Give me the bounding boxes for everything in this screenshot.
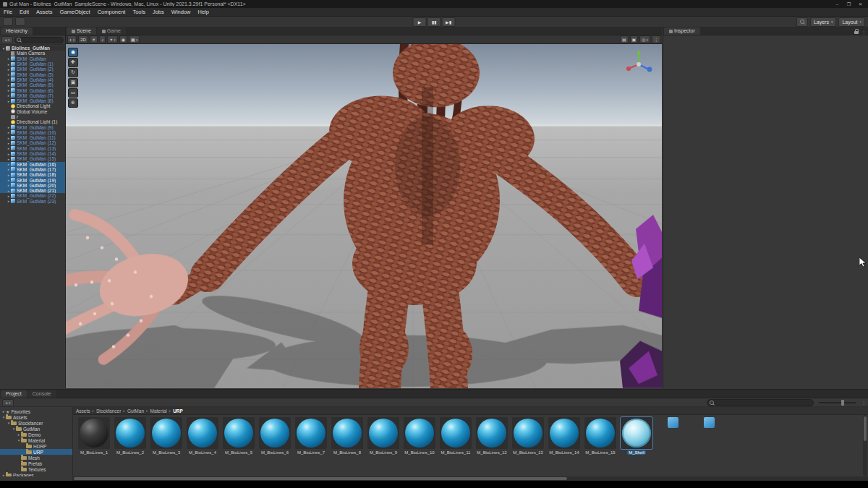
hierarchy-item[interactable]: ▸SKM_GutMan (9) [0,124,65,129]
tab-inspector[interactable]: Inspector [664,27,700,35]
hierarchy-item[interactable]: ▸SKM_GutMan (2) [0,67,65,72]
hierarchy-item[interactable]: ▸SKM_GutMan (15) [0,156,65,161]
menu-file[interactable]: File [0,9,16,15]
tab-project[interactable]: Project [1,390,27,398]
hierarchy-item[interactable]: ▸SKM_GutMan (5) [0,82,65,87]
asset-item[interactable]: M_BioLines_6 [257,417,293,455]
breadcrumb-item[interactable]: URP [173,408,183,414]
visibility-toggle[interactable]: ◉ [119,35,127,43]
hierarchy-item[interactable]: ▸SKM_GutMan (20) [0,183,65,188]
project-add-button[interactable]: +▾ [2,399,14,406]
asset-item[interactable]: M_BioLines_13 [510,417,546,455]
scale-tool[interactable]: ▣ [68,78,78,87]
2d-toggle[interactable]: 2D [78,35,88,43]
hierarchy-item[interactable]: ▸SKM_GutMan (6) [0,87,65,93]
asset-item[interactable]: M_BioLines_1 [76,417,112,455]
layout-dropdown[interactable]: Layout ▾ [838,17,865,27]
asset-item[interactable]: M_BioLines_5 [221,417,257,455]
hierarchy-item[interactable]: r [0,114,65,119]
search-button[interactable] [796,17,808,27]
render-debug-icon[interactable]: ▤ [620,35,629,43]
hierarchy-item[interactable]: ▸SKM_GutMan (10) [0,130,65,135]
step-button[interactable]: ▶▮ [442,17,456,27]
menu-jobs[interactable]: Jobs [149,9,168,15]
version-control-icon[interactable] [3,17,13,26]
scene-viewport[interactable]: ◉✚↻▣▭⊕ [66,44,662,388]
asset-item[interactable]: M_BioLines_15 [582,417,618,455]
folder-item[interactable]: ▾Assets [0,414,72,420]
hierarchy-item[interactable]: Main Camera [0,51,65,56]
hierarchy-item[interactable]: ▸SKM_GutMan (7) [0,93,65,98]
breadcrumb-item[interactable]: GutMan [127,408,144,414]
pause-button[interactable]: ▮▮ [427,17,441,27]
folder-item[interactable]: URP [0,449,72,455]
breadcrumb-item[interactable]: Assets [76,408,90,414]
breadcrumb-item[interactable]: Stockfancer [96,408,121,414]
hierarchy-item[interactable]: ▸SKM_GutMan (16) [0,162,65,167]
rect-tool[interactable]: ▭ [68,88,78,98]
shading-mode-dropdown[interactable]: ◐▾ [67,35,77,43]
close-button[interactable]: ✕ [856,1,865,7]
lighting-toggle[interactable]: ☀ [90,35,98,43]
tab-game[interactable]: Game [97,27,126,35]
menu-component[interactable]: Component [94,9,129,15]
hierarchy-item[interactable]: Global Volume [0,109,65,114]
gizmos-dropdown[interactable]: ◎▾ [639,35,650,43]
folder-item[interactable]: ▸Demo [0,432,72,437]
hierarchy-search-input[interactable] [14,37,64,43]
asset-item[interactable] [655,417,691,455]
view-options-icon[interactable]: ⋮ [652,35,660,43]
folder-item[interactable]: Textures [0,466,72,472]
asset-item[interactable] [691,417,727,455]
asset-item[interactable]: M_BioLines_14 [546,417,582,455]
folder-item[interactable]: HDRP [0,443,72,449]
kebab-menu-icon[interactable]: ⋮ [861,400,866,405]
minimize-button[interactable]: – [833,2,842,7]
layers-dropdown[interactable]: Layers ▾ [810,17,837,27]
hierarchy-item[interactable]: ▸SKM_GutMan (12) [0,140,65,145]
menu-assets[interactable]: Assets [33,9,56,15]
slider-thumb[interactable] [841,400,844,406]
hierarchy-item[interactable]: ▸SKM_GutMan (19) [0,177,65,182]
view-tool[interactable]: ◉ [68,48,78,57]
hierarchy-item[interactable]: ▸SKM_GutMan (1) [0,61,65,67]
menu-edit[interactable]: Edit [16,9,33,15]
menu-gameobject[interactable]: GameObject [56,9,94,15]
transform-tool[interactable]: ⊕ [68,98,78,108]
hierarchy-item[interactable]: ▸SKM_GutMan (22) [0,193,65,198]
asset-item[interactable]: M_BioLines_12 [474,417,510,455]
breadcrumb-item[interactable]: Material [150,408,167,414]
asset-item[interactable]: M_BioLines_8 [329,417,365,455]
vertical-scrollbar[interactable] [863,415,867,476]
menu-window[interactable]: Window [168,9,195,15]
hierarchy-item[interactable]: ▾Biolines_GutMan [0,46,65,51]
hierarchy-item[interactable]: ▸SKM_GutMan (11) [0,135,65,140]
hierarchy-item[interactable]: ▸SKM_GutMan (13) [0,146,65,151]
grid-dropdown[interactable]: ▦▾ [129,35,140,43]
hierarchy-item[interactable]: ▸SKM_GutMan (21) [0,188,65,193]
scrollbar-thumb[interactable] [864,416,867,441]
play-button[interactable]: ▶ [413,17,427,27]
folder-item[interactable]: ▾GutMan [0,426,72,432]
hierarchy-item[interactable]: Directional Light (1) [0,119,65,124]
asset-item[interactable]: M_BioLines_4 [184,417,221,455]
kebab-menu-icon[interactable]: ⋮ [861,30,866,35]
scrollbar-thumb[interactable] [74,477,567,480]
folder-item[interactable]: ▾Material [0,437,72,443]
lock-icon[interactable] [854,31,859,34]
move-tool[interactable]: ✚ [68,58,78,67]
asset-item[interactable]: M_BioLines_3 [148,417,184,455]
hierarchy-item[interactable]: ▸SKM_GutMan (18) [0,172,65,177]
folder-item[interactable]: Prefab [0,461,72,466]
horizontal-scrollbar[interactable] [72,476,868,481]
folder-item[interactable]: Mesh [0,455,72,461]
hierarchy-item[interactable]: ▸SKM_GutMan (23) [0,199,65,204]
asset-item[interactable]: M_BioLines_2 [112,417,148,455]
hierarchy-item[interactable]: ▸SKM_GutMan (4) [0,77,65,82]
rotate-tool[interactable]: ↻ [68,68,78,77]
camera-icon[interactable]: ▣ [630,35,639,43]
hierarchy-item[interactable]: ▸SKM_GutMan [0,56,65,61]
asset-item[interactable]: M_Shell [618,417,655,455]
hierarchy-add-button[interactable]: +▾ [1,36,13,43]
asset-item[interactable]: M_BioLines_9 [365,417,401,455]
